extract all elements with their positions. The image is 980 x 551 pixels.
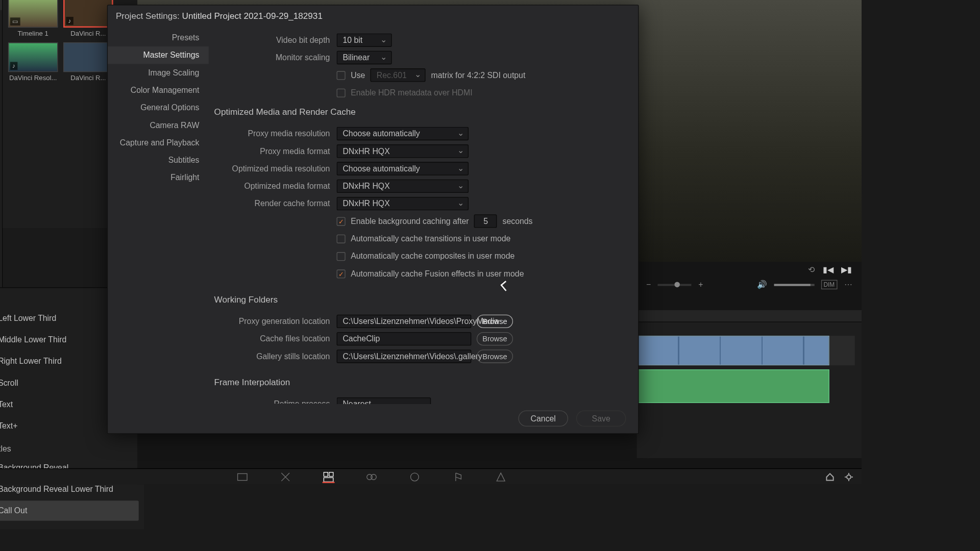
audio-track[interactable] (637, 369, 855, 403)
cut-page-icon[interactable] (279, 470, 291, 483)
nav-color-management[interactable]: Color Management (108, 82, 209, 99)
project-settings-dialog: Project Settings: Untitled Project 2021-… (107, 5, 639, 434)
browse-gallery-button[interactable]: Browse (477, 350, 513, 363)
loop-icon[interactable]: ⟲ (808, 265, 815, 274)
dialog-title: Project Settings: Untitled Project 2021-… (108, 6, 638, 27)
nav-general-options[interactable]: General Options (108, 99, 209, 116)
save-button[interactable]: Save (576, 410, 626, 427)
page-bar: DaVinci Resolve 17 (0, 468, 862, 485)
frame-interpolation-header: Frame Interpolation (213, 373, 627, 394)
settings-content: Video bit depth10 bit Monitor scalingBil… (209, 26, 638, 404)
nav-camera-raw[interactable]: Camera RAW (108, 116, 209, 134)
fusion-page-icon[interactable] (365, 470, 378, 483)
dialog-footer: Cancel Save (108, 404, 638, 433)
audio-badge-icon: ♪ (10, 62, 17, 70)
more-icon[interactable]: ⋯ (844, 280, 852, 289)
timeline-ruler[interactable] (637, 310, 862, 322)
nav-subtitles[interactable]: Subtitles (108, 152, 209, 169)
fusion-title-preset[interactable]: Call Out (0, 500, 139, 521)
bin-item[interactable]: Werbung (0, 134, 2, 148)
gallery-location-input[interactable]: C:\Users\Lizenznehmer\Videos\.gallery (336, 350, 471, 363)
audio-badge-icon: ♪ (66, 17, 73, 25)
clip-item[interactable]: ♪ DaVinci R... (63, 0, 113, 37)
bg-seconds-input[interactable]: 5 (474, 215, 497, 228)
volume-slider[interactable] (774, 284, 814, 286)
zoom-slider[interactable] (657, 284, 692, 286)
prev-icon[interactable]: ▮◀ (823, 265, 834, 274)
bin-item[interactable]: Abo Button (0, 119, 2, 134)
home-icon[interactable] (825, 472, 835, 481)
smart-bins-header[interactable]: Smart Bins (0, 177, 2, 194)
zoom-out-icon[interactable]: − (646, 280, 651, 289)
video-bitdepth-label: Video bit depth (213, 36, 337, 45)
render-cache-format-select[interactable]: DNxHR HQX (336, 197, 468, 210)
optimized-resolution-select[interactable]: Choose automatically (336, 162, 468, 176)
dim-button[interactable]: DIM (821, 280, 837, 289)
smart-bin-item[interactable]: Keywords (0, 194, 2, 209)
nav-presets[interactable]: Presets (108, 29, 209, 46)
browse-proxy-button[interactable]: Browse (477, 315, 513, 328)
svg-rect-5 (324, 472, 328, 476)
svg-point-9 (371, 474, 377, 480)
auto-transitions-checkbox[interactable] (336, 235, 345, 243)
nav-fairlight[interactable]: Fairlight (108, 169, 209, 186)
svg-point-10 (410, 472, 419, 481)
hdr-checkbox[interactable] (336, 88, 345, 97)
audio-clip[interactable] (637, 369, 829, 403)
cancel-button[interactable]: Cancel (518, 410, 568, 427)
bin-item[interactable]: Fortnite (0, 148, 2, 163)
video-clip[interactable] (637, 336, 829, 365)
settings-nav: Presets Master Settings Image Scaling Co… (108, 26, 209, 404)
monitor-scaling-label: Monitor scaling (213, 53, 337, 62)
clip-thumbnail: ♪ (8, 42, 58, 72)
video-bitdepth-select[interactable]: 10 bit (336, 34, 391, 47)
bin-item[interactable]: Intro (0, 104, 2, 119)
bin-item[interactable]: Master (0, 74, 2, 89)
svg-rect-6 (329, 472, 333, 476)
bin-item[interactable]: Video (0, 89, 2, 104)
bg-caching-checkbox[interactable] (336, 217, 345, 226)
clip-thumbnail (63, 42, 113, 72)
clip-item[interactable]: DaVinci R... (63, 42, 113, 81)
color-page-icon[interactable] (409, 470, 421, 483)
clip-item[interactable]: ▭ Timeline 1 (8, 0, 58, 37)
clip-thumbnail: ▭ (8, 0, 58, 28)
cache-location-input[interactable]: CacheClip (336, 332, 471, 345)
next-icon[interactable]: ▶▮ (841, 265, 852, 274)
video-track[interactable] (637, 336, 855, 365)
nav-image-scaling[interactable]: Image Scaling (108, 64, 209, 81)
proxy-format-select[interactable]: DNxHR HQX (336, 145, 468, 158)
gear-icon[interactable] (844, 472, 853, 481)
optimized-media-header: Optimized Media and Render Cache (213, 103, 627, 124)
clip-item[interactable]: ♪ DaVinci Resol... (8, 42, 58, 81)
power-bins-header[interactable]: Power Bins (0, 57, 2, 74)
working-folders-header: Working Folders (213, 291, 627, 312)
svg-rect-7 (324, 478, 333, 482)
svg-point-11 (847, 474, 851, 479)
media-page-icon[interactable] (236, 470, 249, 483)
svg-rect-4 (238, 473, 247, 480)
fusion-titles-category: Fusion Titles (0, 441, 139, 456)
optimized-format-select[interactable]: DNxHR HQX (336, 180, 468, 193)
master-bin[interactable]: Master (0, 0, 2, 10)
timeline-badge-icon: ▭ (10, 17, 20, 26)
retime-process-select[interactable]: Nearest (336, 397, 431, 404)
proxy-resolution-select[interactable]: Choose automatically (336, 127, 468, 140)
matrix-select[interactable]: Rec.601 (371, 69, 426, 82)
nav-capture-playback[interactable]: Capture and Playback (108, 134, 209, 151)
speaker-icon[interactable]: 🔊 (757, 280, 767, 289)
deliver-page-icon[interactable] (495, 470, 507, 483)
use-matrix-checkbox[interactable] (336, 71, 345, 80)
edit-page-icon[interactable] (323, 470, 335, 483)
zoom-in-icon[interactable]: + (698, 280, 703, 289)
clip-thumbnail: ♪ (63, 0, 113, 28)
monitor-scaling-select[interactable]: Bilinear (336, 51, 391, 64)
proxy-location-input[interactable]: C:\Users\Lizenznehmer\Videos\ProxyMedia (336, 315, 471, 328)
browse-cache-button[interactable]: Browse (477, 332, 513, 345)
auto-fusion-checkbox[interactable] (336, 269, 345, 278)
volume-bar: − + 🔊 DIM ⋯ (637, 277, 862, 293)
auto-composites-checkbox[interactable] (336, 252, 345, 261)
nav-master-settings[interactable]: Master Settings (108, 46, 209, 64)
timeline[interactable] (637, 310, 862, 458)
fairlight-page-icon[interactable] (452, 470, 464, 483)
